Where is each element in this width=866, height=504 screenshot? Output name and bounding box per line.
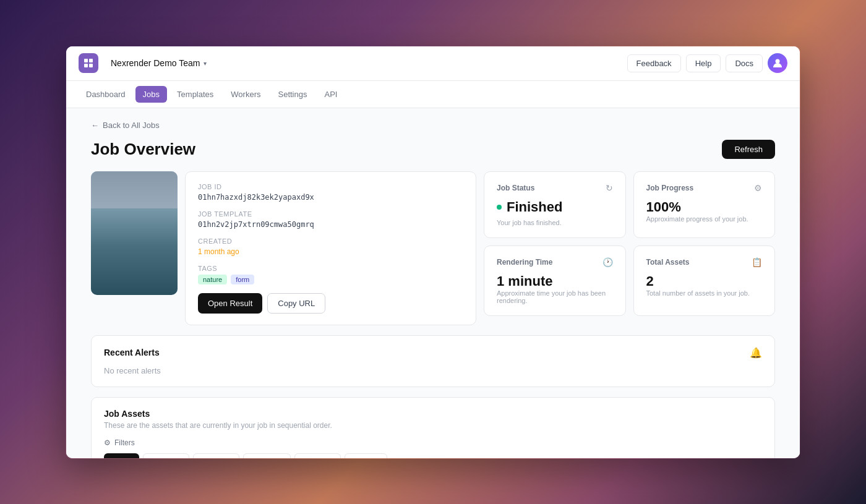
stats-column: Job Status ↻ Finished Your job has finis… — [484, 171, 775, 325]
feedback-button[interactable]: Feedback — [627, 54, 681, 72]
sidebar-item-api[interactable]: API — [317, 86, 345, 103]
filter-icon: ⚙ — [104, 438, 111, 447]
job-status-card: Job Status ↻ Finished Your job has finis… — [484, 171, 626, 238]
back-to-jobs-link[interactable]: ← Back to All Jobs — [91, 121, 160, 130]
tags-row: nature form — [198, 275, 463, 284]
sidebar-item-templates[interactable]: Templates — [169, 86, 221, 103]
filter-tab-audio[interactable]: Audio (0) — [143, 453, 189, 458]
filter-tab-image[interactable]: Image (1) — [243, 453, 291, 458]
filter-tab-all[interactable]: All (2) — [104, 453, 139, 458]
job-created-value: 1 month ago — [198, 247, 463, 256]
rendering-time-card: Rendering Time 🕐 1 minute Approximate ti… — [484, 246, 626, 316]
back-arrow-icon: ← — [91, 121, 99, 130]
assets-section: Job Assets These are the assets that are… — [91, 397, 775, 458]
back-label: Back to All Jobs — [103, 121, 160, 130]
chevron-down-icon: ▾ — [204, 60, 207, 67]
assets-title: Job Assets — [104, 409, 762, 419]
main-content: ← Back to All Jobs Job Overview Refresh … — [66, 108, 800, 458]
job-thumbnail — [91, 171, 178, 295]
app-window: Nexrender Demo Team ▾ Feedback Help Docs… — [65, 45, 801, 459]
job-info-card: Job ID 01hn7hazxdj82k3ek2yapaxd9x Job Te… — [185, 171, 476, 325]
rendering-time-sub: Approximate time your job has been rende… — [497, 289, 613, 304]
sub-nav: Dashboard Jobs Templates Workers Setting… — [66, 81, 800, 108]
avatar[interactable] — [768, 53, 787, 73]
bell-icon: 🔔 — [750, 347, 762, 359]
job-progress-card: Job Progress ⚙ 100% Approximate progress… — [633, 171, 776, 238]
job-template-label: Job Template — [198, 210, 463, 218]
total-assets-sub: Total number of assets in your job. — [646, 289, 763, 297]
top-nav-right: Feedback Help Docs — [627, 53, 787, 73]
total-assets-header: Total Assets 📋 — [646, 257, 763, 267]
progress-value: 100% — [646, 199, 763, 215]
sidebar-item-dashboard[interactable]: Dashboard — [79, 86, 133, 103]
rendering-time-header: Rendering Time 🕐 — [497, 257, 613, 267]
sidebar-item-jobs[interactable]: Jobs — [135, 86, 167, 103]
job-tags-section: Tags nature form — [198, 265, 463, 284]
help-button[interactable]: Help — [686, 54, 721, 72]
status-value-row: Finished — [497, 199, 613, 215]
assets-sub: These are the assets that are currently … — [104, 421, 762, 430]
team-selector[interactable]: Nexrender Demo Team ▾ — [106, 56, 212, 70]
status-refresh-icon: ↻ — [606, 183, 613, 193]
open-result-button[interactable]: Open Result — [198, 293, 262, 314]
total-assets-card: Total Assets 📋 2 Total number of assets … — [633, 246, 776, 316]
action-buttons: Open Result Copy URL — [198, 293, 463, 314]
progress-icon: ⚙ — [754, 183, 762, 193]
status-sub: Your job has finished. — [497, 219, 613, 226]
svg-rect-3 — [89, 64, 93, 67]
job-template-value: 01hn2v2jp7xtrn09cmwa50gmrq — [198, 220, 463, 229]
job-status-header: Job Status ↻ — [497, 183, 613, 193]
alerts-header: Recent Alerts 🔔 — [104, 347, 762, 359]
sidebar-item-workers[interactable]: Workers — [223, 86, 268, 103]
rendering-time-title: Rendering Time — [497, 258, 552, 267]
docs-button[interactable]: Docs — [726, 54, 763, 72]
job-template-section: Job Template 01hn2v2jp7xtrn09cmwa50gmrq — [198, 210, 463, 229]
job-tags-label: Tags — [198, 265, 463, 272]
job-progress-header: Job Progress ⚙ — [646, 183, 763, 193]
top-nav: Nexrender Demo Team ▾ Feedback Help Docs — [66, 46, 800, 81]
status-value: Finished — [507, 199, 562, 215]
svg-rect-0 — [84, 59, 88, 62]
job-id-section: Job ID 01hn7hazxdj82k3ek2yapaxd9x — [198, 183, 463, 202]
logo-icon — [79, 53, 98, 73]
status-dot — [497, 205, 502, 210]
alerts-section: Recent Alerts 🔔 No recent alerts — [91, 335, 775, 387]
copy-url-button[interactable]: Copy URL — [267, 293, 325, 314]
job-status-title: Job Status — [497, 184, 534, 192]
assets-icon: 📋 — [752, 257, 762, 267]
thumbnail-image — [91, 171, 178, 295]
filter-tab-script[interactable]: Script (0) — [294, 453, 341, 458]
job-body: Job ID 01hn7hazxdj82k3ek2yapaxd9x Job Te… — [91, 171, 775, 325]
total-assets-title: Total Assets — [646, 258, 690, 267]
alerts-title: Recent Alerts — [104, 348, 160, 357]
page-header: Job Overview Refresh — [91, 140, 775, 159]
filter-tabs: All (2) Audio (0) Video (0) Image (1) Sc… — [104, 453, 762, 458]
job-progress-title: Job Progress — [646, 184, 694, 192]
sidebar-item-settings[interactable]: Settings — [270, 86, 314, 103]
page-title: Job Overview — [91, 140, 195, 159]
job-id-label: Job ID — [198, 183, 463, 190]
filter-tab-video[interactable]: Video (0) — [193, 453, 239, 458]
svg-point-4 — [776, 59, 780, 64]
rendering-time-value: 1 minute — [497, 273, 613, 289]
svg-rect-2 — [84, 64, 88, 67]
no-alerts-label: No recent alerts — [104, 366, 762, 375]
job-created-label: Created — [198, 237, 463, 245]
svg-rect-1 — [89, 59, 93, 62]
filters-label: ⚙ Filters — [104, 438, 762, 447]
refresh-button[interactable]: Refresh — [722, 140, 775, 159]
total-assets-value: 2 — [646, 273, 763, 289]
job-id-value: 01hn7hazxdj82k3ek2yapaxd9x — [198, 193, 463, 202]
filter-tab-data[interactable]: Data (1) — [345, 453, 387, 458]
filters-text: Filters — [114, 438, 135, 447]
progress-sub: Approximate progress of your job. — [646, 215, 763, 223]
clock-icon: 🕐 — [602, 257, 613, 267]
job-created-section: Created 1 month ago — [198, 237, 463, 256]
team-name: Nexrender Demo Team — [111, 58, 200, 68]
tag-nature: nature — [198, 275, 227, 284]
tag-form: form — [231, 275, 254, 284]
